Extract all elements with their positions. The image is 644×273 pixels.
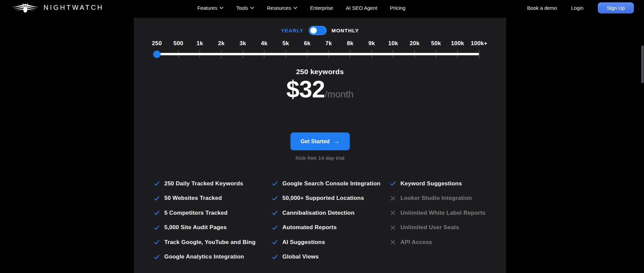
feature-item: Looker Studio Integration (390, 191, 506, 206)
slider-stop-label: 1k (197, 40, 203, 47)
feature-label: Cannibalisation Detection (282, 210, 355, 216)
book-a-demo-link[interactable]: Book a demo (527, 5, 557, 11)
check-icon (153, 180, 160, 187)
monthly-label: MONTHLY (332, 28, 359, 33)
sign-up-button[interactable]: Sign Up (598, 2, 634, 13)
brand-name: NIGHTWATCH (44, 4, 104, 11)
nav-item-ai-seo-agent[interactable]: AI SEO Agent (346, 5, 377, 11)
check-icon (153, 210, 160, 216)
nav-item-enterprise[interactable]: Enterprise (310, 5, 333, 11)
slider-stop-label: 50k (431, 40, 441, 47)
trial-note: Risk-free 14-day trial (134, 155, 506, 161)
scrollbar-thumb[interactable] (641, 46, 644, 83)
nav-item-resources[interactable]: Resources (267, 5, 297, 11)
nav-item-label: Tools (236, 5, 248, 11)
feature-label: AI Suggestions (282, 239, 325, 246)
feature-item: Cannibalisation Detection (272, 206, 390, 220)
x-icon (390, 195, 396, 202)
features-grid: 250 Daily Tracked Keywords50 Websites Tr… (153, 176, 506, 264)
features-column-3: Keyword SuggestionsLooker Studio Integra… (390, 176, 506, 264)
features-column-1: 250 Daily Tracked Keywords50 Websites Tr… (153, 176, 272, 264)
slider-stop-label: 500 (173, 40, 183, 47)
check-icon (272, 239, 278, 245)
keywords-count-label: 250 keywords (134, 68, 506, 76)
chevron-down-icon (293, 7, 297, 9)
feature-label: API Access (400, 239, 432, 246)
features-column-2: Google Search Console Integration50,000+… (272, 176, 390, 264)
feature-label: 5 Competitors Tracked (164, 210, 227, 216)
feature-label: 250 Daily Tracked Keywords (164, 180, 243, 187)
nav-item-label: Pricing (390, 5, 405, 11)
feature-item: Unlimited White Label Reports (390, 206, 506, 220)
feature-label: Google Search Console Integration (282, 180, 381, 187)
check-icon (153, 239, 160, 245)
slider-stop-label: 5k (282, 40, 289, 47)
slider-stop-label: 100k (451, 40, 464, 47)
nav-menu: FeaturesToolsResourcesEnterpriseAI SEO A… (197, 0, 405, 16)
nav-item-label: AI SEO Agent (346, 5, 377, 11)
get-started-button[interactable]: Get Started → (290, 132, 350, 150)
feature-item: 5 Competitors Tracked (153, 206, 272, 220)
check-icon (272, 195, 278, 202)
feature-item: Global Views (272, 250, 390, 265)
login-link[interactable]: Login (571, 5, 584, 11)
x-icon (390, 210, 396, 216)
get-started-label: Get Started (301, 139, 330, 145)
feature-item: Google Search Console Integration (272, 176, 390, 191)
chevron-down-icon (220, 7, 223, 9)
chevron-down-icon (250, 7, 254, 9)
feature-label: 5,000 Site Audit Pages (164, 224, 227, 231)
yearly-label: YEARLY (281, 28, 304, 33)
price-period: /month (325, 89, 354, 100)
slider-stop-label: 7k (326, 40, 332, 47)
price-value: $32 (286, 76, 325, 103)
billing-toggle-switch[interactable] (309, 26, 327, 35)
slider-stop-label: 100k+ (471, 40, 487, 47)
feature-label: 50 Websites Tracked (164, 195, 222, 202)
check-icon (272, 254, 278, 260)
slider-handle[interactable] (153, 51, 161, 58)
owl-logo-icon (11, 2, 39, 13)
feature-label: Looker Studio Integration (400, 195, 472, 202)
feature-item: 5,000 Site Audit Pages (153, 220, 272, 235)
feature-label: Keyword Suggestions (400, 180, 462, 187)
check-icon (272, 224, 278, 231)
check-icon (390, 180, 396, 187)
feature-label: Unlimited White Label Reports (400, 210, 485, 216)
slider-stop-label: 8k (347, 40, 354, 47)
check-icon (153, 224, 160, 231)
billing-toggle-row: YEARLY MONTHLY (134, 26, 506, 35)
slider-track[interactable] (157, 53, 479, 55)
feature-label: Unlimited User Seats (400, 224, 459, 231)
brand-logo[interactable]: NIGHTWATCH (11, 2, 104, 13)
nav-item-pricing[interactable]: Pricing (390, 5, 405, 11)
slider-stop-label: 4k (261, 40, 268, 47)
nav-item-features[interactable]: Features (197, 5, 223, 11)
feature-item: Google Analytics Integration (153, 250, 272, 265)
slider-stop-label: 250 (152, 40, 162, 47)
nav-item-label: Resources (267, 5, 291, 11)
feature-label: Automated Reports (282, 224, 337, 231)
slider-stop-label: 10k (388, 40, 398, 47)
feature-label: Global Views (282, 253, 319, 260)
nav-item-label: Enterprise (310, 5, 333, 11)
x-icon (390, 239, 396, 245)
toggle-knob[interactable] (310, 27, 317, 34)
nav-item-tools[interactable]: Tools (236, 5, 254, 11)
x-icon (390, 224, 396, 231)
top-navbar: NIGHTWATCH FeaturesToolsResourcesEnterpr… (0, 0, 644, 16)
feature-item: Keyword Suggestions (390, 176, 506, 191)
feature-item: 250 Daily Tracked Keywords (153, 176, 272, 191)
slider-stop-label: 2k (218, 40, 225, 47)
slider-stop-label: 6k (304, 40, 311, 47)
feature-item: Unlimited User Seats (390, 220, 506, 235)
page: { "brand": { "name": "NIGHTWATCH" }, "na… (0, 0, 644, 273)
pricing-panel: YEARLY MONTHLY 2505001k2k3k4k5k6k7k8k9k1… (134, 18, 506, 273)
feature-item: 50,000+ Supported Locations (272, 191, 390, 206)
feature-item: API Access (390, 235, 506, 250)
feature-label: Track Google, YouTube and Bing (164, 239, 255, 246)
feature-label: Google Analytics Integration (164, 253, 244, 260)
slider-stop-label: 3k (240, 40, 246, 47)
check-icon (153, 254, 160, 260)
feature-item: Track Google, YouTube and Bing (153, 235, 272, 250)
